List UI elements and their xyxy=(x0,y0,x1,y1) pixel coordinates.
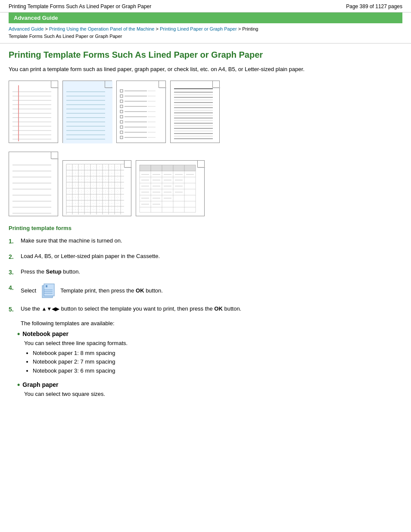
step-2: 2. Load A4, B5, or Letter-sized plain pa… xyxy=(9,252,402,261)
step-4-with-icon: Select Template print, t xyxy=(21,283,402,299)
svg-rect-14 xyxy=(63,81,112,143)
svg-rect-129 xyxy=(140,165,196,171)
step-3-content: Press the Setup button. xyxy=(21,268,402,276)
following-text: The following templates are available: xyxy=(21,320,402,327)
sub-bullet-3: Notebook paper 3: 6 mm spacing xyxy=(33,367,402,376)
svg-rect-33 xyxy=(120,95,123,97)
bullet-graph-label: Graph paper xyxy=(22,381,58,388)
step-5-content: Use the ▲▼◀▶ button to select the templa… xyxy=(21,305,402,313)
bullet-notebook-title: • Notebook paper xyxy=(17,330,402,338)
step-5: 5. Use the ▲▼◀▶ button to select the tem… xyxy=(9,305,402,314)
graph-sub-text: You can select two square sizes. xyxy=(24,391,402,397)
paper-preview-3 xyxy=(116,81,166,143)
sub-bullet-2: Notebook paper 2: 7 mm spacing xyxy=(33,358,402,367)
svg-rect-36 xyxy=(120,100,123,103)
section-heading: Printing template forms xyxy=(9,225,402,231)
advanced-guide-bar: Advanced Guide xyxy=(9,12,402,23)
main-content: Printing Template Forms Such As Lined Pa… xyxy=(0,44,411,408)
steps-list: 1. Make sure that the machine is turned … xyxy=(9,236,402,314)
svg-rect-30 xyxy=(120,90,123,92)
svg-rect-57 xyxy=(120,136,123,139)
step-2-number: 2. xyxy=(9,252,21,261)
step-4: 4. Select xyxy=(9,283,402,299)
ruled-paper-svg xyxy=(171,81,220,143)
step-4-content: Select Template print, t xyxy=(21,283,402,299)
graph-paper-svg xyxy=(63,161,132,217)
svg-rect-42 xyxy=(120,110,123,113)
bullet-graph: • Graph paper You can select two square … xyxy=(17,381,402,397)
paper-preview-2 xyxy=(62,81,112,143)
svg-rect-45 xyxy=(120,115,123,118)
paper-preview-6 xyxy=(62,160,131,216)
template-print-icon xyxy=(40,283,57,299)
step-3-number: 3. xyxy=(9,268,21,277)
breadcrumb-printing-using[interactable]: Printing Using the Operation Panel of th… xyxy=(49,26,155,31)
paper-preview-4 xyxy=(170,81,220,143)
step-4-number: 4. xyxy=(9,283,21,292)
svg-rect-171 xyxy=(46,285,47,287)
page-header: Printing Template Forms Such As Lined Pa… xyxy=(0,0,411,12)
bullet-graph-title: • Graph paper xyxy=(17,381,402,389)
bullet-dot-1: • xyxy=(17,330,20,338)
step-2-content: Load A4, B5, or Letter-sized plain paper… xyxy=(21,252,402,261)
step-5-number: 5. xyxy=(9,305,21,314)
bullet-notebook-label: Notebook paper xyxy=(22,330,68,337)
svg-rect-39 xyxy=(120,105,123,108)
breadcrumb: Advanced Guide > Printing Using the Oper… xyxy=(0,23,411,44)
page-title: Printing Template Forms Such As Lined Pa… xyxy=(9,50,402,60)
breadcrumb-advanced-guide[interactable]: Advanced Guide xyxy=(9,26,44,31)
svg-rect-54 xyxy=(120,131,123,134)
lined-paper-svg-2 xyxy=(63,81,112,143)
header-page-info: Page 389 of 1127 pages xyxy=(346,3,402,9)
paper-examples-row2 xyxy=(9,152,402,216)
paper-preview-5 xyxy=(9,152,58,216)
notebook-sub-text: You can select three line spacing format… xyxy=(24,340,402,346)
paper-preview-1 xyxy=(9,81,58,143)
wide-lined-svg xyxy=(9,152,59,217)
notebook-sub-bullets: Notebook paper 1: 8 mm spacing Notebook … xyxy=(33,349,402,376)
breadcrumb-printing-lined[interactable]: Printing Lined Paper or Graph Paper xyxy=(160,26,237,31)
advanced-guide-label: Advanced Guide xyxy=(14,15,58,21)
bullet-notebook: • Notebook paper You can select three li… xyxy=(17,330,402,376)
table-paper-svg xyxy=(136,161,205,217)
bullet-dot-2: • xyxy=(17,381,20,389)
paper-examples-row1 xyxy=(9,81,402,143)
arrow-buttons: ▲▼◀▶ xyxy=(41,306,59,312)
svg-rect-48 xyxy=(120,121,123,123)
header-title: Printing Template Forms Such As Lined Pa… xyxy=(9,3,151,9)
bullet-section: • Notebook paper You can select three li… xyxy=(17,330,402,397)
lined-paper-svg-1 xyxy=(9,81,59,143)
svg-rect-51 xyxy=(120,126,123,128)
paper-preview-7 xyxy=(136,160,205,216)
sub-bullet-1: Notebook paper 1: 8 mm spacing xyxy=(33,349,402,358)
checklist-svg xyxy=(117,81,166,143)
intro-text: You can print a template form such as li… xyxy=(9,65,402,74)
step-1-content: Make sure that the machine is turned on. xyxy=(21,236,402,245)
step-3: 3. Press the Setup button. xyxy=(9,268,402,277)
step-1: 1. Make sure that the machine is turned … xyxy=(9,236,402,246)
step-1-number: 1. xyxy=(9,237,21,246)
